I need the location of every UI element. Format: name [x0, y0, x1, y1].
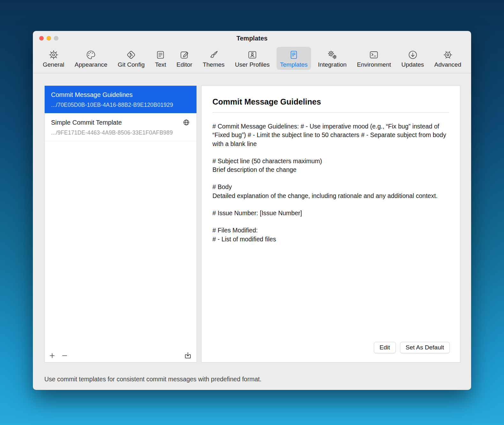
window-title: Templates: [236, 35, 267, 42]
footer-hint: Use commit templates for consistent comm…: [44, 376, 262, 383]
traffic-lights: [39, 31, 58, 46]
preferences-window: Templates General: [33, 31, 471, 390]
add-template-button[interactable]: [48, 352, 56, 359]
remove-template-button[interactable]: [61, 352, 68, 359]
toolbar-item-templates[interactable]: Templates: [277, 47, 311, 70]
globe-icon: [182, 119, 190, 126]
toolbar-label: Updates: [401, 61, 424, 68]
toolbar-item-themes[interactable]: Themes: [199, 47, 228, 70]
gear-wrench-icon: [442, 49, 453, 60]
minimize-button[interactable]: [47, 36, 51, 40]
toolbar-item-editor[interactable]: Editor: [173, 47, 196, 70]
toolbar-item-environment[interactable]: Environment: [353, 47, 395, 70]
toolbar-label: Environment: [357, 61, 391, 68]
template-path: .../9FE171DE-4463-4A9B-8506-33E1F0AFB989: [51, 129, 190, 136]
toolbar-label: Integration: [318, 61, 347, 68]
text-lines-icon: [155, 49, 166, 60]
close-button[interactable]: [39, 36, 44, 40]
toolbar-label: Templates: [280, 61, 308, 68]
git-branch-icon: [126, 49, 137, 60]
titlebar[interactable]: Templates: [33, 31, 471, 46]
toolbar-label: Appearance: [75, 61, 107, 68]
toolbar-item-integration[interactable]: Integration: [315, 47, 350, 70]
toolbar-label: Text: [155, 61, 166, 68]
zoom-button[interactable]: [54, 36, 58, 40]
preview-title: Commit Message Guidelines: [212, 97, 449, 106]
divider: [212, 112, 449, 113]
preview-paragraph: # Files Modified: # - List of modified f…: [212, 226, 448, 244]
preview-paragraph: # Body Detailed explanation of the chang…: [212, 183, 448, 200]
template-preview: Commit Message Guidelines # Commit Messa…: [201, 85, 460, 363]
toolbar-item-appearance[interactable]: Appearance: [71, 47, 111, 70]
template-list-item-selected[interactable]: Commit Message Guidelines .../70E05D0B-1…: [45, 86, 196, 113]
terminal-icon: [368, 49, 379, 60]
toolbar-item-general[interactable]: General: [39, 47, 68, 70]
toolbar-label: User Profiles: [235, 61, 270, 68]
toolbar-label: Editor: [176, 61, 192, 68]
toolbar-item-updates[interactable]: Updates: [398, 47, 427, 70]
preview-paragraph: # Issue Number: [Issue Number]: [212, 209, 448, 217]
pencil-square-icon: [179, 49, 190, 60]
preview-paragraph: # Commit Message Guidelines: # - Use imp…: [212, 122, 448, 148]
template-list: Commit Message Guidelines .../70E05D0B-1…: [44, 85, 197, 363]
toolbar-label: Advanced: [434, 61, 461, 68]
gear-icon: [48, 49, 59, 60]
person-card-icon: [247, 49, 258, 60]
toolbar-label: General: [43, 61, 64, 68]
preview-paragraph: # Subject line (50 characters maximum) B…: [212, 157, 448, 174]
arrow-down-circle-icon: [407, 49, 418, 60]
list-footer-bar: [48, 351, 192, 360]
template-title: Simple Commit Template: [51, 119, 122, 126]
set-as-default-button[interactable]: Set As Default: [400, 342, 450, 353]
toolbar-label: Themes: [203, 61, 225, 68]
template-path: .../70E05D0B-10EB-4A16-88B2-B9E120B01929: [51, 102, 190, 108]
paintbrush-icon: [208, 49, 219, 60]
preferences-toolbar: General Appearance: [33, 46, 471, 73]
toolbar-item-git-config[interactable]: Git Config: [114, 47, 148, 70]
gears-icon: [327, 49, 338, 60]
template-title: Commit Message Guidelines: [51, 91, 133, 99]
import-template-button[interactable]: [184, 351, 192, 360]
palette-icon: [85, 49, 96, 60]
preview-actions: Edit Set As Default: [374, 342, 450, 353]
templates-content: Commit Message Guidelines .../70E05D0B-1…: [44, 85, 460, 363]
document-text-icon: [288, 49, 299, 60]
toolbar-label: Git Config: [118, 61, 145, 68]
template-list-item[interactable]: Simple Commit Template .../9FE171DE-4463…: [45, 113, 196, 141]
toolbar-item-user-profiles[interactable]: User Profiles: [232, 47, 273, 70]
edit-button[interactable]: Edit: [374, 342, 396, 353]
toolbar-item-text[interactable]: Text: [152, 47, 170, 70]
preview-body: # Commit Message Guidelines: # - Use imp…: [212, 122, 448, 244]
toolbar-item-advanced[interactable]: Advanced: [431, 47, 465, 70]
